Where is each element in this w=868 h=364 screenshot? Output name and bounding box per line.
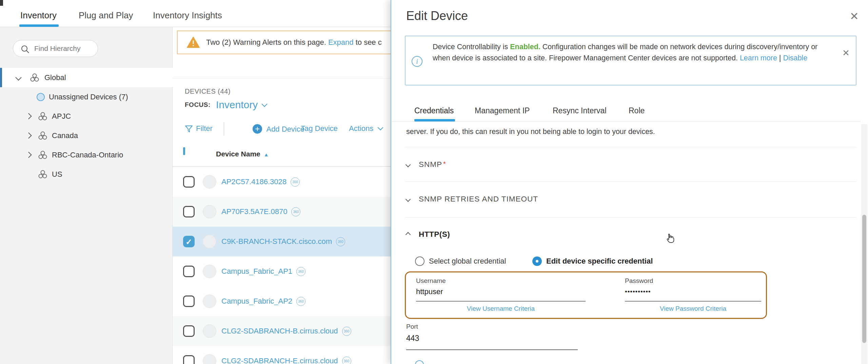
device-name-link[interactable]: CLG2-SDABRANCH-E.cirrus.cloud: [221, 357, 338, 364]
device-name-link[interactable]: CLG2-SDABRANCH-B.cirrus.cloud: [221, 327, 338, 336]
focus-value[interactable]: Inventory: [216, 99, 258, 111]
focus-label: FOCUS:: [185, 101, 211, 109]
panel-tab-credentials[interactable]: Credentials: [414, 106, 454, 115]
site-icon: [38, 150, 48, 160]
search-input[interactable]: [34, 44, 94, 53]
hierarchy-search[interactable]: [13, 40, 98, 57]
radio-icon-selected[interactable]: [532, 256, 542, 266]
row-checkbox-checked[interactable]: ✓: [183, 236, 195, 247]
panel-title: Edit Device: [406, 9, 468, 23]
chevron-down-icon[interactable]: [15, 74, 21, 80]
device-360-badge[interactable]: 360: [291, 207, 300, 216]
row-checkbox[interactable]: [183, 176, 195, 188]
table-row[interactable]: CLG2-SDABRANCH-B.cirrus.cloud 360: [173, 316, 391, 346]
sort-ascending-icon[interactable]: ▲: [264, 152, 269, 157]
table-row[interactable]: Campus_Fabric_AP2 360: [173, 286, 391, 316]
radio-label: Select global credential: [429, 257, 506, 266]
sidebar-item-global[interactable]: Global: [0, 68, 173, 87]
sidebar-item-canada[interactable]: Canada: [0, 126, 173, 145]
filter-button[interactable]: Filter: [196, 124, 213, 133]
view-username-criteria-link[interactable]: View Username Criteria: [416, 305, 586, 312]
tab-inventory[interactable]: Inventory: [20, 10, 57, 21]
sidebar-item-rbc-canada-ontario[interactable]: RBC-Canada-Ontario: [0, 145, 173, 165]
row-checkbox[interactable]: [183, 355, 195, 364]
device-360-badge[interactable]: 360: [342, 357, 351, 364]
column-header-device-name[interactable]: Device Name▲: [216, 150, 269, 158]
radio-edit-device-specific-credential[interactable]: Edit device specific credential: [532, 256, 653, 266]
table-row[interactable]: AP70F3.5A7E.0870 360: [173, 197, 391, 227]
info-icon: i: [412, 56, 422, 67]
device-name-link[interactable]: Campus_Fabric_AP1: [221, 267, 292, 276]
table-row-selected[interactable]: ✓ C9K-BRANCH-STACK.cisco.com 360: [173, 227, 391, 256]
username-field[interactable]: httpuser: [416, 287, 443, 296]
chevron-right-icon[interactable]: [25, 152, 32, 158]
panel-tab-role[interactable]: Role: [629, 106, 645, 115]
device-status-icon: [203, 205, 216, 218]
unassigned-devices-icon: [37, 93, 45, 101]
divider: [173, 166, 391, 167]
row-checkbox[interactable]: [183, 295, 195, 307]
sidebar-item-apjc[interactable]: APJC: [0, 107, 173, 126]
tree-label: Canada: [52, 131, 78, 140]
device-credential-fieldset: Username httpuser View Username Criteria…: [405, 271, 767, 319]
username-label: Username: [416, 277, 446, 285]
port-field[interactable]: 443: [406, 334, 419, 343]
filter-icon: [185, 125, 193, 133]
row-checkbox[interactable]: [183, 206, 195, 217]
column-header-label: Device Name: [216, 150, 260, 158]
device-name-link[interactable]: AP2C57.4186.3028: [221, 177, 287, 186]
table-row[interactable]: AP2C57.4186.3028 360: [173, 167, 391, 197]
select-all-checkbox[interactable]: [183, 147, 185, 155]
password-field[interactable]: ••••••••••: [625, 288, 651, 295]
tab-inventory-insights[interactable]: Inventory Insights: [153, 10, 222, 21]
radio-select-global-credential[interactable]: Select global credential: [415, 256, 506, 266]
device-360-badge[interactable]: 360: [296, 297, 305, 306]
device-name-link[interactable]: AP70F3.5A7E.0870: [221, 207, 287, 216]
device-name-link[interactable]: Campus_Fabric_AP2: [221, 297, 292, 306]
sidebar-item-us[interactable]: US: [0, 165, 173, 184]
device-360-badge[interactable]: 360: [336, 237, 345, 246]
add-device-button[interactable]: + Add Device: [253, 124, 304, 134]
device-360-badge[interactable]: 360: [296, 267, 305, 276]
focus-selector: FOCUS: Inventory: [185, 99, 267, 111]
radio-label: Edit device specific credential: [546, 257, 653, 266]
required-asterisk: *: [443, 160, 446, 168]
chevron-down-icon[interactable]: [262, 101, 268, 107]
radio-icon-partial[interactable]: [415, 360, 424, 364]
device-status-icon: [203, 265, 216, 278]
section-snmp[interactable]: SNMP*: [406, 160, 446, 169]
chevron-right-icon[interactable]: [25, 132, 32, 138]
corner-sliver: [0, 0, 3, 6]
radio-icon[interactable]: [415, 256, 425, 266]
expand-link[interactable]: Expand: [328, 38, 354, 46]
tag-device-button[interactable]: Tag Device: [301, 124, 338, 133]
learn-more-link[interactable]: Learn more: [740, 54, 777, 62]
disable-link[interactable]: Disable: [783, 54, 807, 62]
active-tab-underline: [19, 24, 59, 27]
device-360-badge[interactable]: 360: [291, 177, 300, 187]
divider: [173, 78, 391, 78]
chevron-right-icon[interactable]: [25, 113, 32, 119]
port-label: Port: [406, 323, 418, 330]
table-row[interactable]: Campus_Fabric_AP1 360: [173, 256, 391, 286]
table-row[interactable]: CLG2-SDABRANCH-E.cirrus.cloud 360: [173, 346, 391, 364]
sidebar-item-unassigned-devices[interactable]: Unassigned Devices (7): [0, 87, 173, 107]
tab-plug-and-play[interactable]: Plug and Play: [79, 10, 133, 21]
close-icon[interactable]: ✕: [842, 49, 850, 57]
row-checkbox[interactable]: [183, 266, 195, 277]
section-label: HTTP(S): [419, 230, 450, 239]
device-360-badge[interactable]: 360: [342, 327, 351, 336]
tree-label: US: [52, 170, 62, 179]
row-checkbox[interactable]: [183, 325, 195, 337]
device-status-icon: [203, 175, 216, 189]
section-https[interactable]: HTTP(S): [406, 230, 450, 239]
panel-tab-management-ip[interactable]: Management IP: [475, 106, 530, 115]
warning-alert-banner: Two (2) Warning Alerts on this page. Exp…: [177, 31, 391, 54]
actions-menu-button[interactable]: Actions: [349, 124, 382, 133]
section-snmp-retries[interactable]: SNMP RETRIES AND TIMEOUT: [406, 195, 538, 204]
device-name-link[interactable]: C9K-BRANCH-STACK.cisco.com: [221, 237, 332, 246]
view-password-criteria-link[interactable]: View Password Criteria: [625, 305, 761, 312]
panel-tab-resync-interval[interactable]: Resync Interval: [553, 106, 607, 115]
close-icon[interactable]: ✕: [850, 11, 859, 22]
scrollbar-thumb[interactable]: [862, 215, 866, 343]
